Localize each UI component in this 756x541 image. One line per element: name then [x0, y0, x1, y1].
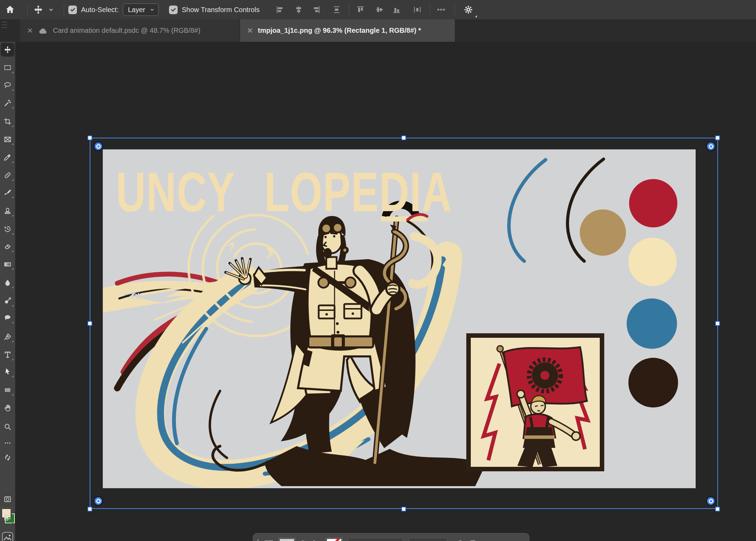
transform-handle-top-left[interactable] [88, 136, 92, 140]
more-options-button[interactable] [436, 0, 446, 19]
blur-drop-icon [3, 278, 12, 287]
tab-card-animation[interactable]: ✕ Card animation default.psdc @ 48.7% (R… [20, 19, 240, 42]
align-bottom-icon [392, 5, 401, 14]
align-right-edges-button[interactable] [311, 0, 321, 19]
transform-handle-top-right[interactable] [715, 136, 720, 140]
fill-label: Fill [264, 539, 273, 541]
edit-toolbar-button[interactable] [1, 438, 14, 448]
rectangle-icon [3, 386, 12, 394]
magic-wand-tool[interactable] [1, 96, 14, 110]
healing-brush-icon [3, 171, 12, 179]
frame-tool[interactable] [1, 132, 14, 146]
transform-handle-middle-right[interactable] [715, 321, 720, 326]
swap-colors-button[interactable] [1, 452, 14, 463]
rectangular-marquee-tool[interactable] [1, 61, 14, 75]
brush-tool[interactable] [1, 186, 14, 199]
duplicate-icon[interactable] [469, 539, 479, 541]
document-tab-bar: ✕ Card animation default.psdc @ 48.7% (R… [0, 19, 756, 42]
transform-handle-bottom-center[interactable] [401, 507, 406, 511]
tab-tmpjoa-png[interactable]: ✕ tmpjoa_1j1c.png @ 96.3% (Rectangle 1, … [240, 19, 455, 42]
quick-mask-button[interactable] [1, 492, 14, 506]
stroke-options-box[interactable] [409, 538, 447, 541]
magic-wand-icon [3, 99, 12, 107]
dodge-tool[interactable] [1, 294, 14, 308]
show-transform-label: Show Transform Controls [182, 6, 260, 14]
ellipsis-icon [4, 439, 11, 447]
screen-mode-button[interactable] [1, 511, 14, 525]
settings-button[interactable] [463, 0, 474, 19]
distribute-vertical-centers-icon [332, 5, 341, 14]
auto-select-checkbox[interactable] [68, 6, 77, 14]
distribute-horizontal-centers-icon [413, 5, 422, 14]
check-icon [170, 7, 177, 13]
auto-select-target-dropdown[interactable]: Layer [123, 3, 159, 16]
distribute-horizontal-centers-button[interactable] [412, 0, 422, 19]
transform-handle-top-center[interactable] [401, 136, 406, 140]
separator [64, 4, 64, 16]
lasso-tool[interactable] [1, 78, 14, 92]
chevron-down-icon[interactable] [48, 6, 54, 13]
comment-tool[interactable] [1, 311, 14, 325]
current-tool-button[interactable] [33, 0, 54, 19]
history-brush-tool[interactable] [1, 222, 14, 236]
clone-stamp-icon [3, 207, 12, 215]
align-horizontal-centers-icon [294, 5, 303, 14]
align-top-icon [356, 5, 365, 14]
pen-icon [3, 333, 12, 341]
crop-tool[interactable] [1, 115, 14, 128]
transform-handle-bottom-left[interactable] [88, 507, 92, 511]
context-bar-grip[interactable] [257, 539, 259, 541]
corner-radius-widget-bottom-right[interactable] [707, 497, 715, 505]
stroke-color-swatch[interactable] [326, 538, 342, 541]
align-top-edges-button[interactable] [355, 0, 366, 19]
separator [349, 4, 349, 16]
close-tab-icon[interactable]: ✕ [247, 27, 253, 34]
context-task-bar[interactable]: Fill Stroke [253, 533, 529, 541]
dock-grip[interactable] [2, 22, 7, 30]
align-bottom-edges-button[interactable] [391, 0, 402, 19]
corner-radius-widget-bottom-left[interactable] [94, 497, 102, 505]
canvas-pasteboard[interactable]: UNCY LOPEDIA [15, 42, 756, 541]
rectangle-shape-tool[interactable] [1, 383, 14, 397]
transform-handle-middle-left[interactable] [88, 321, 92, 326]
hand-tool[interactable] [1, 401, 14, 415]
stroke-width-stepper[interactable] [348, 538, 403, 541]
zoom-tool[interactable] [1, 420, 14, 434]
transform-selection-border[interactable] [90, 138, 718, 509]
move-tool[interactable] [1, 43, 14, 57]
align-left-edges-button[interactable] [275, 0, 285, 19]
pen-tool[interactable] [1, 330, 14, 344]
home-button[interactable] [5, 0, 15, 19]
type-tool[interactable] [1, 348, 14, 362]
show-transform-checkbox[interactable] [169, 6, 178, 14]
path-selection-tool[interactable] [1, 365, 14, 378]
transform-handle-bottom-right[interactable] [715, 507, 720, 511]
separator [430, 4, 430, 16]
eyedropper-icon [3, 153, 12, 161]
panel-button-cut[interactable] [1, 531, 14, 541]
eraser-tool[interactable] [1, 239, 14, 253]
fill-color-swatch[interactable] [279, 538, 295, 541]
comment-icon [3, 314, 12, 322]
blur-tool[interactable] [1, 276, 14, 289]
move-tool-icon [3, 46, 12, 54]
corner-radius-widget-top-left[interactable] [94, 142, 102, 150]
distribute-vertical-centers-button[interactable] [331, 0, 342, 19]
gradient-tool[interactable] [1, 257, 14, 271]
corner-radius-widget-top-right[interactable] [707, 142, 715, 150]
healing-brush-tool[interactable] [1, 168, 14, 182]
clone-stamp-tool[interactable] [1, 204, 14, 218]
auto-select-label: Auto-Select: [81, 6, 119, 14]
tab-title: tmpjoa_1j1c.png @ 96.3% (Rectangle 1, RG… [258, 27, 421, 35]
close-tab-icon[interactable]: ✕ [27, 27, 33, 34]
align-right-icon [312, 5, 321, 14]
marquee-icon [3, 63, 12, 72]
lasso-icon [3, 81, 12, 89]
align-horizontal-centers-button[interactable] [294, 0, 304, 19]
curve-icon[interactable] [453, 539, 463, 541]
toggle-icon[interactable] [485, 539, 495, 541]
eyedropper-tool[interactable] [1, 150, 14, 164]
brush-icon [3, 188, 12, 197]
check-icon [70, 7, 76, 13]
align-vertical-centers-button[interactable] [374, 0, 385, 19]
